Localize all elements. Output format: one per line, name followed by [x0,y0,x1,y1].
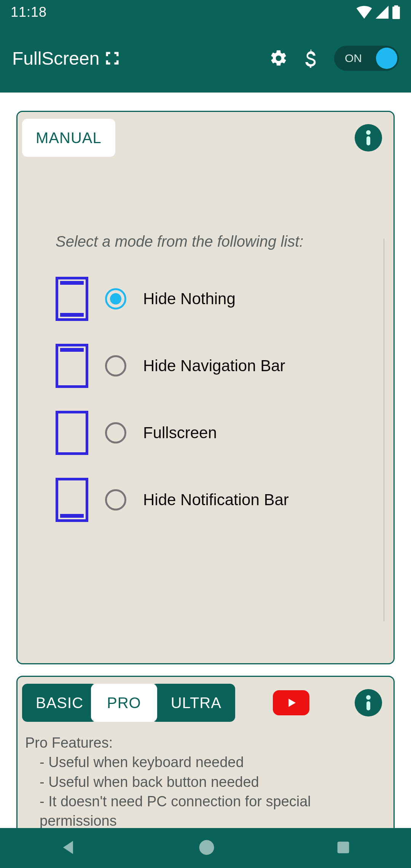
radio-unselected-icon [105,355,126,377]
circle-home-icon [197,838,217,857]
phone-full-icon [56,277,88,321]
settings-button[interactable] [263,42,295,74]
info-icon [365,130,372,145]
gear-icon [269,49,288,68]
phone-no-nav-icon [56,344,88,388]
toggle-thumb-icon [376,48,397,69]
system-nav-bar [0,828,411,868]
app-action-bar: FullScreen ON [0,24,411,93]
tab-manual[interactable]: MANUAL [22,119,115,157]
battery-icon [392,5,400,19]
svg-rect-1 [366,136,370,145]
master-toggle-label: ON [345,52,362,65]
square-recent-icon [335,839,352,856]
phone-no-notif-icon [56,478,88,522]
mode-label: Fullscreen [143,424,217,442]
nav-back-button[interactable] [59,838,79,859]
radio-selected-icon [105,288,126,310]
mode-tab-group: MANUAL AUTOMATIC [22,119,234,157]
mode-option-fullscreen[interactable]: Fullscreen [56,411,371,455]
tab-basic[interactable]: BASIC [22,684,97,722]
features-heading: Pro Features: [25,733,386,753]
info-icon [365,695,372,710]
feature-item: - It doesn't need PC connection for spec… [25,792,386,828]
svg-point-4 [199,840,214,855]
feature-item: - Useful when back button needed [25,772,386,792]
master-toggle[interactable]: ON [334,46,399,71]
app-title: FullScreen [12,48,121,69]
svg-point-2 [366,695,371,700]
wifi-icon [356,6,372,19]
purchase-button[interactable] [295,42,327,74]
feature-item: - Useful when keyboard needed [25,753,386,772]
features-text: Pro Features: - Useful when keyboard nee… [18,722,393,828]
svg-rect-3 [366,701,370,710]
tab-pro[interactable]: PRO [91,684,157,722]
nav-recent-button[interactable] [335,839,352,858]
dollar-icon [301,49,320,68]
mode-option-hide-notif[interactable]: Hide Notification Bar [56,478,371,522]
play-icon [285,697,297,709]
app-title-text: FullScreen [12,48,99,69]
mode-label: Hide Navigation Bar [143,357,285,375]
mode-prompt: Select a mode from the following list: [56,233,371,250]
svg-point-0 [366,130,371,135]
status-clock: 11:18 [11,4,47,20]
system-status-bar: 11:18 [0,0,411,24]
tier-tab-group: BASIC PRO ULTRA [22,684,235,722]
radio-unselected-icon [105,422,126,444]
mode-option-hide-nav[interactable]: Hide Navigation Bar [56,344,371,388]
cell-signal-icon [375,6,389,19]
svg-rect-5 [338,841,349,853]
mode-label: Hide Nothing [143,290,236,308]
triangle-back-icon [59,838,79,857]
scrollbar[interactable] [384,239,384,621]
features-info-button[interactable] [355,689,382,716]
nav-home-button[interactable] [197,838,217,859]
fullscreen-icon [104,50,121,67]
phone-none-icon [56,411,88,455]
mode-info-button[interactable] [355,124,382,152]
mode-option-hide-nothing[interactable]: Hide Nothing [56,277,371,321]
features-card: BASIC PRO ULTRA Pro Features: - Useful w… [16,676,395,828]
tab-automatic[interactable]: AUTOMATIC [109,119,234,157]
tab-ultra[interactable]: ULTRA [151,684,235,722]
status-icons [356,5,400,19]
radio-unselected-icon [105,489,126,511]
mode-card: MANUAL AUTOMATIC Select a mode from the … [16,111,395,664]
mode-label: Hide Notification Bar [143,491,289,509]
video-button[interactable] [273,690,309,715]
